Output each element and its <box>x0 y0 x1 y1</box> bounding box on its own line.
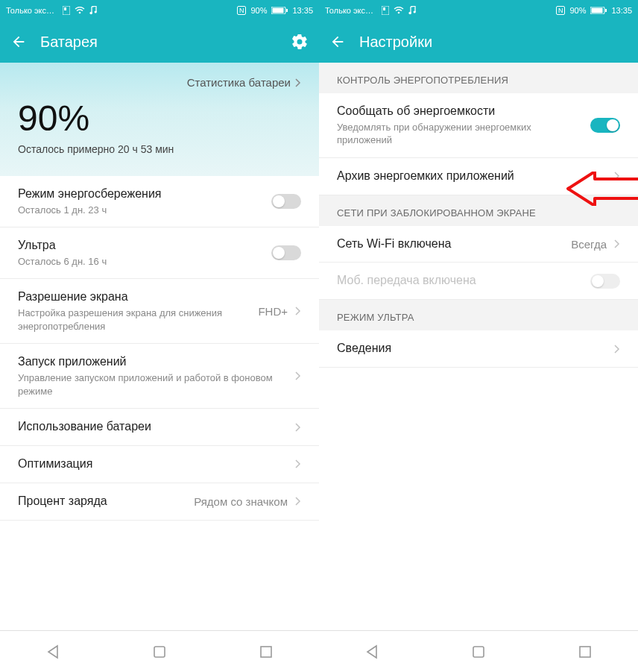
row-resolution[interactable]: Разрешение экрана Настройка разрешения э… <box>0 279 319 344</box>
battery-percent: 90% <box>18 93 301 139</box>
page-title: Настройки <box>359 34 628 51</box>
carrier-label: Только экстр… <box>6 6 58 15</box>
svg-rect-19 <box>605 9 607 12</box>
status-right: N 90% 13:35 <box>556 6 632 15</box>
svg-point-13 <box>398 12 400 14</box>
row-title: Сведения <box>337 341 607 357</box>
status-bar: Только экстр… N 90% 13:35 <box>0 0 319 21</box>
status-bar: Только экстр… N 90% 13:35 <box>319 0 638 21</box>
chevron-right-icon <box>295 307 301 315</box>
svg-point-2 <box>79 12 81 14</box>
row-title: Сеть Wi-Fi включена <box>337 236 563 252</box>
row-sub: Управление запуском приложений и работой… <box>18 370 288 398</box>
battery-stats-link[interactable]: Статистика батареи <box>18 76 301 93</box>
chevron-right-icon <box>614 172 620 180</box>
header: Настройки <box>319 21 638 63</box>
nav-back-icon[interactable] <box>363 643 381 661</box>
toggle-mobile <box>590 274 620 289</box>
nav-back-icon[interactable] <box>44 643 62 661</box>
page-title: Батарея <box>40 34 277 51</box>
battery-settings-list: Режим энергосбережения Осталось 1 дн. 23… <box>0 176 319 521</box>
battery-icon <box>590 7 607 14</box>
row-title: Ультра <box>18 238 264 254</box>
row-value: Всегда <box>571 238 607 251</box>
header: Батарея <box>0 21 319 63</box>
nav-recent-icon[interactable] <box>257 643 275 661</box>
battery-remaining: Осталось примерно 20 ч 53 мин <box>18 139 301 155</box>
wifi-icon <box>394 7 404 14</box>
battery-stats-label: Статистика батареи <box>187 76 291 89</box>
nav-bar <box>319 630 638 672</box>
row-usage[interactable]: Использование батареи <box>0 409 319 446</box>
status-left: Только экстр… <box>325 6 416 15</box>
nav-bar <box>0 630 319 672</box>
nav-home-icon[interactable] <box>470 643 487 661</box>
row-info[interactable]: Сведения <box>319 330 638 368</box>
row-value: FHD+ <box>258 305 288 318</box>
chevron-right-icon <box>614 345 620 354</box>
music-icon <box>408 6 416 15</box>
row-title: Процент заряда <box>18 494 186 509</box>
phone-right: Только экстр… N 90% 13:35 Настройки КОНТ… <box>319 0 638 672</box>
chevron-right-icon <box>295 423 301 432</box>
row-percent[interactable]: Процент заряда Рядом со значком <box>0 483 319 521</box>
battery-icon <box>271 7 288 14</box>
status-right: N 90% 13:35 <box>237 6 313 15</box>
carrier-label: Только экстр… <box>325 6 377 15</box>
row-title: Сообщать об энергоемкости <box>337 104 583 119</box>
nav-home-icon[interactable] <box>151 643 168 661</box>
row-value: Рядом со значком <box>194 495 288 508</box>
row-optimize[interactable]: Оптимизация <box>0 446 319 483</box>
svg-point-4 <box>95 10 97 13</box>
section-power-control: КОНТРОЛЬ ЭНЕРГОПОТРЕБЛЕНИЯ <box>319 63 638 93</box>
svg-point-15 <box>414 10 416 13</box>
nav-recent-icon[interactable] <box>576 643 594 661</box>
phone-left: Только экстр… N 90% 13:35 Батарея <box>0 0 319 672</box>
clock-text: 13:35 <box>611 6 632 15</box>
row-archive[interactable]: Архив энергоемких приложений <box>319 158 638 195</box>
row-ultra[interactable]: Ультра Осталось 6 дн. 16 ч <box>0 227 319 279</box>
chevron-right-icon <box>614 239 620 248</box>
svg-rect-20 <box>473 647 484 657</box>
wifi-icon <box>75 7 85 14</box>
nfc-icon: N <box>237 6 247 15</box>
svg-rect-7 <box>273 8 284 13</box>
battery-percent-text: 90% <box>569 6 586 15</box>
row-power-save[interactable]: Режим энергосбережения Осталось 1 дн. 23… <box>0 176 319 227</box>
svg-rect-1 <box>64 7 66 10</box>
section-ultra-mode: РЕЖИМ УЛЬТРА <box>319 300 638 330</box>
gear-icon[interactable] <box>291 33 309 51</box>
toggle-power-save[interactable] <box>271 194 301 209</box>
row-title: Использование батареи <box>18 419 288 435</box>
music-icon <box>89 6 97 15</box>
row-sub: Осталось 6 дн. 16 ч <box>18 254 264 269</box>
row-wifi[interactable]: Сеть Wi-Fi включена Всегда <box>319 226 638 263</box>
toggle-notify[interactable] <box>590 118 620 133</box>
toggle-ultra[interactable] <box>271 245 301 260</box>
chevron-right-icon <box>295 497 301 506</box>
row-title: Моб. передача включена <box>337 273 583 289</box>
chevron-right-icon <box>295 371 301 380</box>
row-launch[interactable]: Запуск приложений Управление запуском пр… <box>0 344 319 409</box>
row-title: Архив энергоемких приложений <box>337 169 607 184</box>
svg-rect-18 <box>592 8 603 13</box>
row-title: Режим энергосбережения <box>18 186 264 202</box>
row-notify-power[interactable]: Сообщать об энергоемкости Уведомлять при… <box>319 93 638 158</box>
svg-rect-9 <box>154 647 165 657</box>
clock-text: 13:35 <box>292 6 313 15</box>
chevron-right-icon <box>295 459 301 468</box>
back-icon[interactable] <box>10 34 27 50</box>
row-sub: Настройка разрешения экрана для снижения… <box>18 305 250 333</box>
nfc-icon: N <box>556 6 566 15</box>
battery-percent-text: 90% <box>250 6 267 15</box>
sim-icon <box>382 6 389 15</box>
back-icon[interactable] <box>329 34 346 50</box>
chevron-right-icon <box>295 78 301 87</box>
row-sub: Осталось 1 дн. 23 ч <box>18 202 264 217</box>
svg-rect-12 <box>383 7 385 10</box>
svg-rect-10 <box>261 647 271 657</box>
section-locked-net: СЕТИ ПРИ ЗАБЛОКИРОВАННОМ ЭКРАНЕ <box>319 195 638 226</box>
battery-hero: Статистика батареи 90% Осталось примерно… <box>0 63 319 176</box>
svg-rect-8 <box>286 9 288 12</box>
sim-icon <box>63 6 70 15</box>
